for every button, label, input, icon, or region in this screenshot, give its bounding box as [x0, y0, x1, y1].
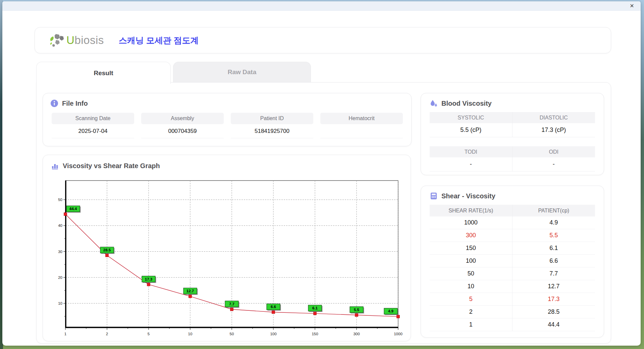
file-info-field: Assembly 000704359 — [141, 113, 224, 138]
data-point-label: 5.5 — [354, 308, 360, 312]
bar-chart-icon — [51, 162, 59, 170]
patient-cell: 7.7 — [513, 267, 595, 280]
file-info-field-label: Scanning Date — [52, 113, 134, 124]
close-icon[interactable]: ✕ — [628, 2, 636, 10]
blood-viscosity-title: Blood Viscosity — [441, 100, 492, 107]
patient-cell: 17.3 — [513, 293, 595, 306]
y-tick-label: 20 — [58, 276, 62, 280]
data-point-marker — [397, 315, 400, 318]
table-row: 2 28.5 — [430, 306, 595, 318]
diastolic-value: 17.3 (cP) — [513, 123, 595, 137]
data-point-marker — [314, 312, 317, 315]
droplets-icon — [430, 99, 438, 107]
y-tick-label: 30 — [58, 250, 62, 254]
graph-card: Viscosity vs Shear Rate Graph 1020304050… — [43, 155, 411, 341]
title-bar: ✕ — [2, 1, 641, 11]
file-info-grid: Scanning Date 2025-07-04 Assembly 000704… — [52, 113, 411, 138]
info-icon — [50, 99, 58, 107]
x-tick-label: 1 — [64, 332, 66, 336]
data-point-marker — [355, 313, 358, 316]
data-point-marker — [106, 254, 109, 257]
file-info-field: Patient ID 51841925700 — [231, 113, 313, 138]
x-tick-label: 100 — [270, 332, 276, 336]
data-point-label: 6.1 — [312, 306, 318, 310]
data-point-label: 44.4 — [69, 207, 77, 211]
viscosity-chart: 10203040501251050100150300100044.428.517… — [52, 174, 403, 340]
file-info-field-value: 51841925700 — [231, 124, 313, 138]
todi-header: TODI — [430, 146, 513, 157]
shear-viscosity-card: Shear - Viscosity SHEAR RATE(1/s) PATIEN… — [421, 186, 604, 338]
shear-rate-cell: 10 — [430, 280, 513, 293]
data-point-marker — [64, 213, 67, 216]
data-point-label: 28.5 — [103, 248, 111, 252]
file-info-field-value: 000704359 — [141, 124, 224, 138]
logo-letter-u: U — [66, 34, 74, 46]
todi-value: - — [430, 157, 513, 171]
calculator-icon — [430, 192, 438, 200]
shear-rate-cell: 2 — [430, 306, 513, 318]
blood-viscosity-table-2: TODI ODI - - — [430, 146, 595, 171]
y-tick-label: 40 — [58, 223, 62, 228]
shear-rate-cell: 150 — [430, 242, 513, 255]
tab-raw-data[interactable]: Raw Data — [173, 62, 311, 82]
patient-cell: 6.1 — [513, 242, 595, 255]
table-row: 150 6.1 — [430, 242, 595, 255]
blood-viscosity-title-row: Blood Viscosity — [430, 99, 595, 107]
shear-rate-cell: 100 — [430, 255, 513, 267]
table-row: 50 7.7 — [430, 267, 595, 280]
file-info-field-label: Patient ID — [231, 113, 313, 124]
file-info-card: File Info Scanning Date 2025-07-04 Assem… — [43, 93, 412, 146]
ubiosis-logo: Ubiosis — [49, 33, 104, 47]
table-row: 300 5.5 — [430, 229, 595, 242]
x-tick-label: 150 — [312, 332, 318, 336]
table-row: 1000 4.9 — [430, 216, 595, 229]
data-point-label: 12.7 — [186, 289, 194, 293]
x-tick-label: 10 — [188, 332, 193, 336]
table-row: 1 44.4 — [430, 318, 595, 331]
x-tick-label: 2 — [106, 332, 108, 336]
odi-header: ODI — [513, 146, 595, 157]
data-point-label: 4.9 — [388, 309, 393, 313]
logo-text: Ubiosis — [66, 34, 104, 47]
systolic-value: 5.5 (cP) — [430, 123, 513, 137]
table-row: 5 17.3 — [430, 293, 595, 306]
file-info-field-value: 2025-07-04 — [52, 124, 134, 138]
shear-rate-cell: 300 — [430, 229, 513, 242]
patient-column-header: PATIENT(cp) — [513, 205, 595, 216]
graph-title-row: Viscosity vs Shear Rate Graph — [51, 162, 411, 170]
blood-viscosity-card: Blood Viscosity SYSTOLIC DIASTOLIC 5.5 (… — [421, 93, 604, 175]
patient-cell: 44.4 — [513, 318, 595, 331]
table-row: 10 12.7 — [430, 280, 595, 293]
data-point-marker — [147, 283, 150, 286]
file-info-field-label: Hematocrit — [320, 113, 403, 124]
file-info-title: File Info — [62, 100, 88, 107]
file-info-field: Hematocrit — [320, 113, 403, 138]
shear-viscosity-table: SHEAR RATE(1/s) PATIENT(cp) 1000 4.9 300… — [430, 205, 595, 331]
systolic-header: SYSTOLIC — [430, 112, 513, 123]
x-tick-label: 1000 — [394, 332, 402, 336]
shear-table-body: 1000 4.9 300 5.5 150 6.1 100 6.6 50 7.7 … — [430, 216, 595, 331]
data-point-marker — [272, 311, 275, 314]
file-info-field-value — [320, 124, 403, 138]
table-row: 100 6.6 — [430, 255, 595, 267]
y-tick-label: 10 — [58, 301, 62, 305]
patient-cell: 4.9 — [513, 216, 595, 229]
tab-bar: Result Raw Data — [36, 62, 311, 84]
blood-viscosity-table-1: SYSTOLIC DIASTOLIC 5.5 (cP) 17.3 (cP) — [430, 112, 595, 137]
viscosity-chart-svg: 10203040501251050100150300100044.428.517… — [52, 174, 403, 339]
app-title: 스캐닝 모세관 점도계 — [119, 35, 199, 46]
odi-value: - — [513, 157, 595, 171]
shear-viscosity-title-row: Shear - Viscosity — [430, 192, 595, 200]
data-point-marker — [230, 308, 233, 311]
file-info-field: Scanning Date 2025-07-04 — [52, 113, 134, 138]
data-point-marker — [189, 295, 192, 298]
ubiosis-logo-icon — [49, 33, 64, 47]
app-window: ✕ Ubiosis 스캐닝 모세관 점도계 Result Raw Data — [2, 1, 641, 346]
patient-cell: 5.5 — [513, 229, 595, 242]
tab-result[interactable]: Result — [36, 62, 171, 84]
shear-rate-cell: 5 — [430, 293, 513, 306]
data-point-label: 7.7 — [229, 302, 234, 306]
shear-viscosity-title: Shear - Viscosity — [441, 192, 495, 200]
x-tick-label: 300 — [353, 332, 360, 336]
shear-table-header: SHEAR RATE(1/s) PATIENT(cp) — [430, 205, 595, 216]
